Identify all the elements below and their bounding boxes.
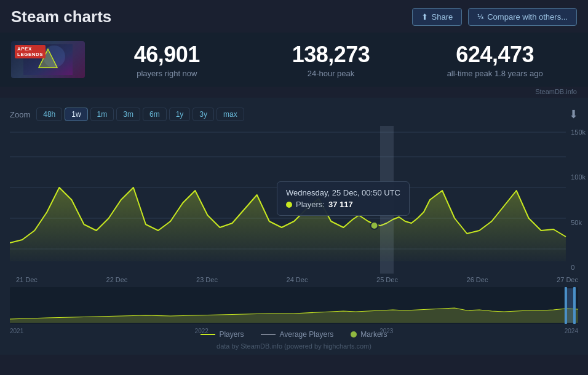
compare-button[interactable]: ⅟₃ Compare with others...	[468, 8, 577, 26]
stat-players-now: 46,901 players right now	[85, 42, 249, 78]
zoom-buttons: 48h 1w 1m 3m 6m 1y 3y max	[36, 108, 244, 121]
apex-logo: APEXLEGENDS	[15, 45, 46, 58]
stats-bar: APEXLEGENDS 46,901 players right now 138…	[0, 33, 588, 87]
mini-chart[interactable]: 2021 2022 2023 2024	[0, 287, 588, 325]
players-now-value: 46,901	[85, 42, 249, 68]
bottom-credit: data by SteamDB.info (powered by highcha…	[0, 341, 588, 355]
zoom-3m[interactable]: 3m	[116, 108, 140, 121]
zoom-bar: Zoom 48h 1w 1m 3m 6m 1y 3y max ⬇	[0, 104, 588, 126]
download-icon[interactable]: ⬇	[569, 108, 578, 121]
zoom-6m[interactable]: 6m	[143, 108, 167, 121]
svg-point-8	[371, 222, 378, 229]
steamdb-credit: SteamDB.info	[0, 87, 588, 98]
page-title: Steam charts	[11, 7, 111, 26]
header-actions: ⬆ Share ⅟₃ Compare with others...	[412, 8, 577, 26]
zoom-1m[interactable]: 1m	[90, 108, 114, 121]
alltime-peak-value: 624,473	[413, 42, 577, 68]
chart-section: Zoom 48h 1w 1m 3m 6m 1y 3y max ⬇ 0 50k 1…	[0, 98, 588, 355]
stat-peak-24h: 138,273 24-hour peak	[249, 42, 413, 78]
main-chart-svg	[10, 126, 578, 274]
zoom-label: Zoom	[10, 110, 30, 119]
zoom-max[interactable]: max	[217, 108, 244, 121]
peak-24h-label: 24-hour peak	[249, 69, 413, 78]
players-now-label: players right now	[85, 69, 249, 78]
main-chart[interactable]: 0 50k 100k 150k	[0, 126, 588, 274]
mini-chart-svg	[10, 287, 578, 324]
share-icon: ⬆	[421, 12, 428, 22]
zoom-1y[interactable]: 1y	[169, 108, 191, 121]
compare-icon: ⅟₃	[477, 13, 483, 21]
peak-24h-value: 138,273	[249, 42, 413, 68]
x-axis: 21 Dec 22 Dec 23 Dec 24 Dec 25 Dec 26 De…	[0, 274, 588, 287]
game-thumbnail: APEXLEGENDS	[11, 41, 85, 78]
zoom-1w[interactable]: 1w	[65, 108, 87, 121]
y-axis: 0 50k 100k 150k	[571, 126, 586, 274]
svg-rect-12	[573, 287, 576, 324]
zoom-3y[interactable]: 3y	[193, 108, 214, 121]
share-button[interactable]: ⬆ Share	[412, 8, 463, 26]
svg-rect-11	[565, 287, 567, 324]
page-header: Steam charts ⬆ Share ⅟₃ Compare with oth…	[0, 0, 588, 33]
zoom-48h[interactable]: 48h	[36, 108, 62, 121]
alltime-peak-label: all-time peak 1.8 years ago	[413, 69, 577, 78]
stat-alltime-peak: 624,473 all-time peak 1.8 years ago	[413, 42, 577, 78]
